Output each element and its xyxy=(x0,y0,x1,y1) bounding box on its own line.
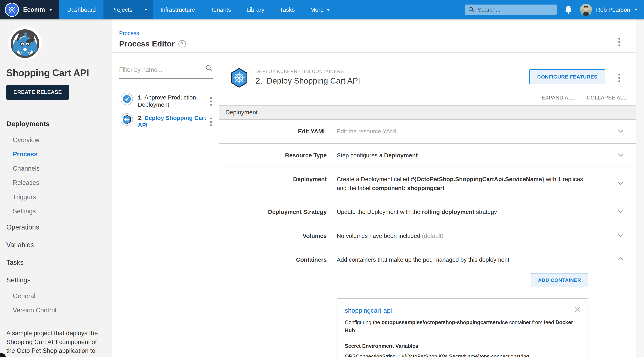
overflow-menu-icon[interactable] xyxy=(617,73,621,83)
add-container-button[interactable]: ADD CONTAINER xyxy=(531,273,588,288)
nav-infrastructure[interactable]: Infrastructure xyxy=(153,0,203,19)
sidebar-item-triggers[interactable]: Triggers xyxy=(0,190,112,204)
breadcrumb[interactable]: Process xyxy=(119,30,139,36)
nav-more[interactable]: More xyxy=(302,0,338,19)
sidebar-item-version-control[interactable]: Version Control xyxy=(0,303,112,318)
project-nav: Deployments Overview Process Channels Re… xyxy=(0,115,112,318)
space-name: Ecomm xyxy=(23,6,45,13)
nav-dashboard-label: Dashboard xyxy=(67,6,96,13)
nav-library-label: Library xyxy=(246,6,264,13)
configure-features-button[interactable]: CONFIGURE FEATURES xyxy=(529,69,605,84)
global-search[interactable] xyxy=(465,4,557,15)
row-value: Step configures a Deployment xyxy=(337,151,588,160)
project-logo xyxy=(8,26,42,60)
step-connector-line xyxy=(126,105,127,113)
chevron-up-icon[interactable] xyxy=(616,256,625,263)
overflow-menu-icon[interactable] xyxy=(209,96,213,107)
filter-input[interactable] xyxy=(119,66,203,73)
step-filter[interactable] xyxy=(119,62,213,79)
chevron-down-icon[interactable] xyxy=(616,128,625,135)
row-value: No volumes have been included (default) xyxy=(337,232,588,240)
app-body: Shopping Cart API CREATE RELEASE Deploym… xyxy=(0,19,644,357)
nav-projects[interactable]: Projects xyxy=(104,0,152,19)
nav-dashboard[interactable]: Dashboard xyxy=(59,0,104,19)
search-icon xyxy=(468,6,474,13)
row-label: Containers xyxy=(219,255,327,264)
overflow-menu-icon[interactable] xyxy=(209,116,213,127)
container-card: shoppingcart-api Configuring the octopus… xyxy=(337,298,588,357)
sidebar-item-releases[interactable]: Releases xyxy=(0,176,112,190)
row-containers[interactable]: Containers Add containers that make up t… xyxy=(219,248,636,357)
row-resource-type[interactable]: Resource Type Step configures a Deployme… xyxy=(219,144,636,168)
scrollbar-gutter[interactable] xyxy=(636,19,644,357)
step-editor-header: DEPLOY KUBERNETES CONTAINERS 2.Deploy Sh… xyxy=(219,52,636,88)
primary-nav: Dashboard Projects Infrastructure Tenant… xyxy=(59,0,338,19)
kubernetes-icon xyxy=(230,68,248,88)
row-deployment[interactable]: Deployment Create a Deployment called #{… xyxy=(219,168,636,200)
main-content: Process Process Editor ? xyxy=(112,19,636,357)
expand-all-button[interactable]: EXPAND ALL xyxy=(542,95,574,101)
collapse-all-button[interactable]: COLLAPSE ALL xyxy=(587,95,626,101)
chevron-down-icon[interactable] xyxy=(616,232,625,240)
nav-tenants-label: Tenants xyxy=(210,6,231,13)
row-value: Create a Deployment called #{OctoPetShop… xyxy=(337,175,588,192)
row-edit-yaml[interactable]: Edit YAML Edit the resource YAML xyxy=(219,120,636,144)
nav-tenants[interactable]: Tenants xyxy=(203,0,239,19)
row-label: Resource Type xyxy=(219,151,327,160)
step-2-number: 2. xyxy=(138,114,143,121)
steps-panel: 1.Approve Production Deployment 2.Deploy… xyxy=(112,52,219,356)
row-deployment-strategy[interactable]: Deployment Strategy Update the Deploymen… xyxy=(219,200,636,224)
avatar xyxy=(580,4,592,16)
step-number: 2. xyxy=(256,76,262,85)
step-2-label[interactable]: Deploy Shopping Cart API xyxy=(138,114,206,128)
nav-projects-dropdown[interactable] xyxy=(139,9,153,11)
sidebar-item-tasks[interactable]: Tasks xyxy=(0,254,112,271)
close-icon[interactable] xyxy=(574,306,581,315)
step-item-2[interactable]: 2.Deploy Shopping Cart API xyxy=(119,113,213,129)
chevron-down-icon[interactable] xyxy=(616,180,625,187)
sidebar-item-channels[interactable]: Channels xyxy=(0,162,112,176)
sidebar-item-settings[interactable]: Settings xyxy=(0,271,112,289)
chevron-down-icon[interactable] xyxy=(616,208,625,216)
step-editor-title: 2.Deploy Shopping Cart API xyxy=(256,76,529,86)
help-icon[interactable]: ? xyxy=(178,40,186,48)
row-value: Update the Deployment with the rolling d… xyxy=(337,208,588,216)
row-volumes[interactable]: Volumes No volumes have been included (d… xyxy=(219,224,636,248)
chevron-down-icon xyxy=(634,9,638,11)
sidebar-item-general[interactable]: General xyxy=(0,289,112,303)
sidebar-item-deployment-settings[interactable]: Settings xyxy=(0,204,112,218)
step-editor: DEPLOY KUBERNETES CONTAINERS 2.Deploy Sh… xyxy=(219,52,636,356)
chevron-down-icon xyxy=(144,9,148,11)
overflow-menu-icon[interactable] xyxy=(617,37,621,47)
row-value: Edit the resource YAML xyxy=(337,127,588,136)
nav-more-label: More xyxy=(310,6,324,13)
chevron-down-icon xyxy=(327,9,330,11)
process-editor-body: 1.Approve Production Deployment 2.Deploy… xyxy=(112,52,636,356)
user-menu[interactable]: Rob Pearson xyxy=(580,4,638,16)
create-release-button[interactable]: CREATE RELEASE xyxy=(6,85,69,100)
sidebar-heading-deployments: Deployments xyxy=(0,115,112,133)
space-switcher[interactable]: Ecomm xyxy=(0,0,59,19)
step-2-text: 2.Deploy Shopping Cart API xyxy=(134,113,209,129)
step-name: Deploy Shopping Cart API xyxy=(267,76,360,85)
manual-intervention-step-icon xyxy=(120,93,133,105)
chevron-down-icon[interactable] xyxy=(616,152,625,159)
row-label: Edit YAML xyxy=(219,127,327,136)
step-item-1[interactable]: 1.Approve Production Deployment xyxy=(119,93,213,113)
search-input[interactable] xyxy=(478,6,554,13)
nav-projects-label: Projects xyxy=(111,6,139,13)
nav-tasks[interactable]: Tasks xyxy=(272,0,302,19)
steps-list: 1.Approve Production Deployment 2.Deploy… xyxy=(119,93,213,129)
notifications-bell-icon[interactable] xyxy=(564,5,572,14)
step-1-label[interactable]: Approve Production Deployment xyxy=(138,94,196,108)
sidebar-item-process[interactable]: Process xyxy=(0,147,112,162)
sidebar-item-overview[interactable]: Overview xyxy=(0,133,112,147)
sidebar-item-operations[interactable]: Operations xyxy=(0,218,112,236)
sidebar-item-variables[interactable]: Variables xyxy=(0,236,112,254)
page-header: Process Process Editor ? xyxy=(112,19,636,52)
container-name-link[interactable]: shoppingcart-api xyxy=(345,306,392,316)
row-label: Deployment xyxy=(219,175,327,184)
project-title: Shopping Cart API xyxy=(6,67,112,78)
user-name: Rob Pearson xyxy=(596,6,630,13)
nav-library[interactable]: Library xyxy=(239,0,272,19)
